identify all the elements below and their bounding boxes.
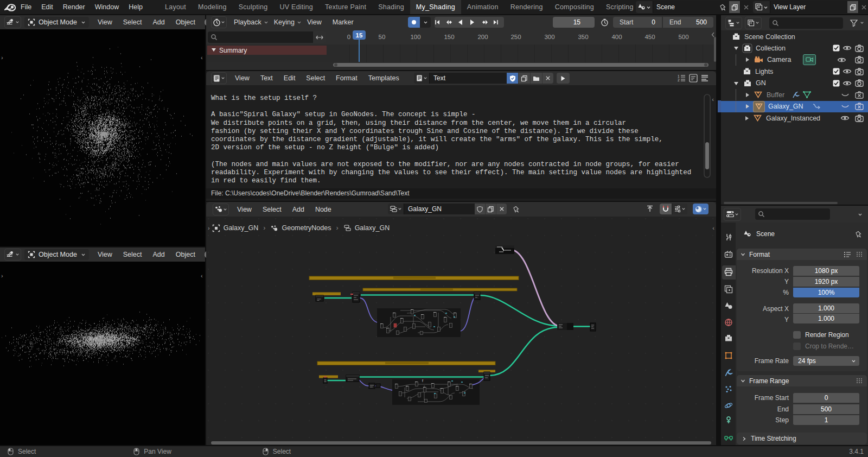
svg-text:2: 2	[678, 78, 680, 82]
svg-text:15: 15	[356, 32, 363, 39]
svg-text:200: 200	[477, 34, 488, 40]
svg-text:350: 350	[578, 34, 588, 40]
svg-text:400: 400	[611, 34, 622, 40]
svg-text:0: 0	[347, 34, 350, 40]
svg-text:300: 300	[544, 34, 554, 40]
svg-text:500: 500	[678, 34, 688, 40]
svg-text:50: 50	[379, 34, 386, 40]
svg-text:150: 150	[444, 34, 454, 40]
svg-text:Summary: Summary	[219, 47, 247, 54]
svg-text:f: f	[422, 379, 423, 383]
svg-text:450: 450	[644, 34, 655, 40]
svg-text:250: 250	[510, 34, 521, 40]
svg-text:100: 100	[410, 34, 420, 40]
svg-text:1: 1	[678, 74, 680, 78]
